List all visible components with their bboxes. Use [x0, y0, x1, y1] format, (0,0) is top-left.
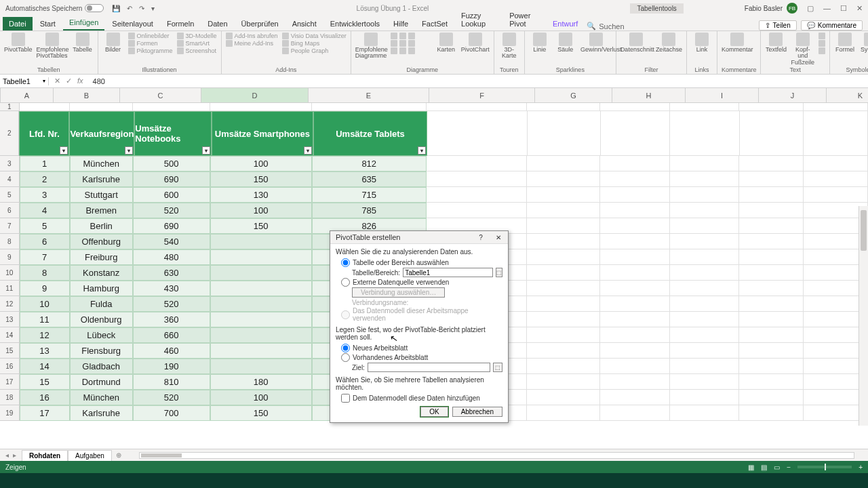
row-header[interactable]: 10 — [0, 265, 20, 281]
cell[interactable] — [739, 103, 804, 111]
cell[interactable] — [527, 171, 600, 187]
cell[interactable] — [527, 281, 600, 296]
cell[interactable] — [427, 103, 527, 111]
cell[interactable] — [427, 187, 527, 203]
column-header[interactable]: G — [535, 88, 612, 103]
tab-entwicklertools[interactable]: Entwicklertools — [324, 17, 386, 30]
table-cell[interactable]: Berlin — [70, 218, 133, 234]
table-cell[interactable]: 100 — [210, 156, 312, 171]
cell[interactable] — [527, 249, 600, 265]
fx-icon[interactable]: fx — [77, 77, 83, 85]
tab-seitenlayout[interactable]: Seitenlayout — [106, 17, 159, 30]
table-cell[interactable]: Offenburg — [70, 234, 133, 249]
table-cell[interactable]: Konstanz — [70, 265, 133, 281]
sheet-nav-next-icon[interactable]: ▸ — [13, 451, 16, 459]
table-cell[interactable]: 690 — [133, 218, 210, 234]
filter-dropdown-icon[interactable]: ▾ — [418, 146, 426, 155]
table-cell[interactable]: 810 — [133, 374, 210, 390]
tab-daten[interactable]: Daten — [201, 17, 233, 30]
row-header[interactable]: 4 — [0, 171, 20, 187]
table-header-cell[interactable]: Lfd. Nr.▾ — [19, 111, 69, 156]
wordart-button[interactable] — [818, 33, 825, 39]
enter-formula-icon[interactable]: ✓ — [66, 77, 72, 85]
cell[interactable] — [670, 187, 740, 203]
table-cell[interactable]: 4 — [20, 203, 70, 218]
slicer-button[interactable]: Datenschnitt — [620, 33, 652, 53]
radio-external-source[interactable]: Externe Datenquelle verwenden — [341, 278, 502, 287]
row-header[interactable]: 17 — [0, 374, 20, 390]
table-cell[interactable] — [210, 249, 312, 265]
ribbon-options-icon[interactable]: ▢ — [807, 4, 814, 13]
collapse-dialog-icon[interactable]: ⬚ — [493, 363, 502, 372]
formula-input[interactable]: 480 — [89, 77, 868, 85]
cell[interactable] — [670, 171, 740, 187]
cell[interactable] — [527, 374, 600, 390]
cell[interactable] — [670, 103, 740, 111]
table-cell[interactable] — [210, 312, 312, 327]
table-cell[interactable] — [210, 327, 312, 343]
table-cell[interactable]: Freiburg — [70, 249, 133, 265]
cancel-button[interactable]: Abbrechen — [452, 407, 502, 417]
symbol-button[interactable]: Symbol — [860, 33, 868, 53]
collapse-dialog-icon[interactable]: ⬚ — [496, 268, 502, 277]
cell[interactable] — [670, 327, 740, 343]
table-header-cell[interactable]: Verkaufsregion▾ — [69, 111, 134, 156]
radio-existing-worksheet[interactable]: Vorhandenes Arbeitsblatt — [341, 353, 502, 362]
table-cell[interactable]: 630 — [133, 265, 210, 281]
table-cell[interactable]: 10 — [20, 296, 70, 312]
row-header[interactable]: 16 — [0, 359, 20, 374]
tab-entwurf[interactable]: Entwurf — [547, 17, 584, 30]
cell[interactable] — [804, 103, 868, 111]
cell[interactable] — [739, 187, 804, 203]
cell[interactable] — [739, 265, 804, 281]
cell[interactable] — [133, 103, 210, 111]
cell[interactable] — [312, 103, 427, 111]
cell[interactable] — [70, 103, 133, 111]
cell[interactable] — [600, 187, 670, 203]
row-header[interactable]: 8 — [0, 234, 20, 249]
dialog-help-icon[interactable]: ? — [474, 234, 488, 241]
get-addins-button[interactable]: Add-Ins abrufen — [226, 33, 278, 39]
cell[interactable] — [527, 312, 600, 327]
row-header[interactable]: 3 — [0, 156, 20, 171]
column-header[interactable]: D — [201, 88, 309, 103]
signature-button[interactable] — [818, 40, 825, 47]
cell[interactable] — [739, 359, 804, 374]
row-header[interactable]: 6 — [0, 203, 20, 218]
cell[interactable] — [670, 218, 740, 234]
link-button[interactable]: Link — [691, 33, 713, 53]
table-cell[interactable]: 6 — [20, 234, 70, 249]
cell[interactable] — [527, 218, 600, 234]
cell[interactable] — [600, 234, 670, 249]
cell[interactable] — [600, 265, 670, 281]
table-cell[interactable]: 700 — [133, 405, 210, 421]
cell[interactable] — [600, 218, 670, 234]
cell[interactable] — [600, 103, 670, 111]
radio-table-range[interactable]: Tabelle oder Bereich auswählen — [341, 258, 502, 267]
equation-button[interactable]: Formel — [834, 33, 856, 53]
cell[interactable] — [528, 111, 601, 156]
cell[interactable] — [739, 390, 804, 405]
3dmap-button[interactable]: 3D-Karte — [498, 33, 520, 60]
cell[interactable] — [804, 156, 868, 171]
row-header[interactable]: 9 — [0, 249, 20, 265]
view-pagebreak-icon[interactable]: ▭ — [774, 464, 780, 471]
table-cell[interactable]: 3 — [20, 187, 70, 203]
3dmodels-button[interactable]: 3D-Modelle — [177, 33, 217, 39]
tab-power pivot[interactable]: Power Pivot — [503, 9, 545, 30]
cell[interactable] — [527, 359, 600, 374]
table-cell[interactable]: 520 — [133, 390, 210, 405]
column-header[interactable]: E — [309, 88, 429, 103]
zoom-slider[interactable] — [797, 466, 852, 468]
row-header[interactable]: 19 — [0, 405, 20, 421]
cell[interactable] — [600, 390, 670, 405]
cell[interactable] — [739, 405, 804, 421]
cell[interactable] — [600, 359, 670, 374]
row-header[interactable]: 11 — [0, 281, 20, 296]
table-cell[interactable]: 635 — [312, 171, 427, 187]
cell[interactable] — [600, 171, 670, 187]
zoom-in-icon[interactable]: + — [859, 464, 863, 471]
filter-dropdown-icon[interactable]: ▾ — [60, 146, 68, 155]
sheet-nav-prev-icon[interactable]: ◂ — [5, 451, 9, 459]
cell[interactable] — [527, 265, 600, 281]
